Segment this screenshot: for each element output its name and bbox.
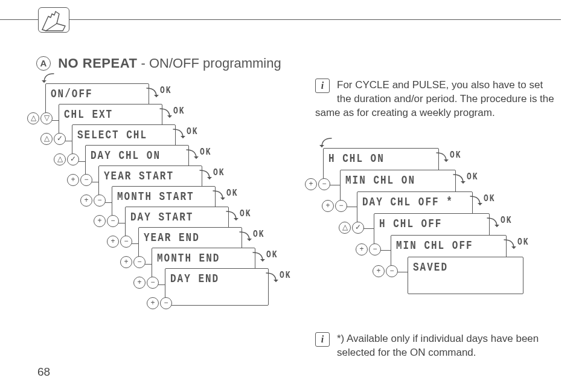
lcd-label: DAY END [170,272,219,286]
ok-label: OK [280,269,292,281]
ok-label: OK [484,193,496,204]
header-rule [0,19,561,20]
ok-label: OK [501,214,513,226]
arrow-next-icon [264,271,280,286]
page-number: 68 [37,365,50,379]
info-icon: i [315,79,330,93]
section-letter-badge: A [36,56,51,71]
arrow-next-icon [434,150,450,166]
info-text-1: For CYCLE and PULSE, you also have to se… [315,79,557,120]
section-heading: A NO REPEAT - ON/OFF programming [36,56,281,71]
lcd-label: ON/OFF [51,88,93,101]
info-icon: i [315,332,330,347]
lcd-label: MIN CHL OFF [396,239,473,253]
ok-label: OK [226,187,238,199]
arrow-in-icon [40,72,56,88]
ok-label: OK [240,208,252,219]
lcd-label: YEAR END [144,231,200,245]
ok-label: OK [517,236,530,248]
lcd-screen: SAVED [408,257,523,294]
arrow-next-icon [224,209,240,225]
heading-bold: NO REPEAT [58,56,137,71]
info-note-1: i For CYCLE and PULSE, you also have to … [315,79,557,120]
lcd-label: SELECT CHL [77,129,147,143]
ok-label: OK [200,146,212,158]
control-bubble: − [386,265,398,277]
control-bubble: △ [339,222,351,234]
lcd-label: DAY CHL OFF * [362,196,453,210]
arrow-next-icon [451,172,467,188]
control-bubble: − [160,297,172,309]
lcd-label: YEAR START [104,170,174,184]
control-bubble: − [94,194,106,207]
info-text-2: *) Available only if individual days hav… [315,332,557,360]
lcd-label: MIN CHL ON [345,174,415,188]
control-bubble: + [94,215,106,227]
control-bubble: − [369,243,381,255]
control-bubble: − [147,277,159,289]
lcd-label: H CHL OFF [379,217,442,231]
control-bubble: + [67,174,79,186]
control-bubble: − [107,215,119,227]
control-bubble: △ [40,133,53,145]
lcd-screen: DAY END [165,268,269,306]
ok-label: OK [213,167,225,178]
control-bubble: + [120,256,132,268]
ok-label: OK [253,228,265,240]
arrow-next-icon [197,168,213,184]
ok-label: OK [160,85,172,96]
arrow-next-icon [158,106,173,122]
arrow-next-icon [144,86,160,101]
control-bubble: + [147,297,159,309]
control-bubble: + [356,243,368,255]
arrow-next-icon [211,188,226,204]
lcd-label: H CHL ON [328,152,385,166]
control-bubble: ✓ [54,133,66,145]
control-bubble: − [133,256,146,268]
hand-swipe-icon [38,7,69,33]
arrow-next-icon [251,250,266,266]
arrow-next-icon [237,230,253,245]
control-bubble: + [305,178,317,190]
lcd-label: MONTH END [157,252,220,266]
control-bubble: ▽ [40,112,53,124]
ok-label: OK [187,126,199,137]
arrow-next-icon [468,194,484,210]
ok-label: OK [173,105,185,117]
lcd-label: SAVED [413,261,448,275]
control-bubble: − [318,178,330,190]
control-bubble: ✓ [67,153,79,165]
control-bubble: △ [54,153,66,165]
control-bubble: − [335,200,347,212]
ok-label: OK [266,249,278,260]
control-bubble: − [80,174,92,186]
arrow-next-icon [502,237,517,253]
heading-rest: - ON/OFF programming [137,56,281,71]
arrow-next-icon [184,147,200,163]
control-bubble: △ [27,112,39,124]
arrow-next-icon [171,127,187,143]
control-bubble: + [107,236,119,248]
lcd-label: CHL EXT [64,108,113,122]
control-bubble: + [133,277,146,289]
lcd-label: DAY START [130,211,193,225]
arrow-in-icon [318,137,334,153]
lcd-label: MONTH START [117,190,194,204]
ok-label: OK [467,171,479,182]
control-bubble: + [80,194,92,207]
lcd-label: DAY CHL ON [91,149,161,163]
arrow-next-icon [485,216,501,231]
control-bubble: + [322,200,334,212]
control-bubble: ✓ [352,222,364,234]
info-note-2: i *) Available only if individual days h… [315,332,557,360]
control-bubble: − [120,236,132,248]
control-bubble: + [373,265,385,277]
ok-label: OK [450,149,462,161]
